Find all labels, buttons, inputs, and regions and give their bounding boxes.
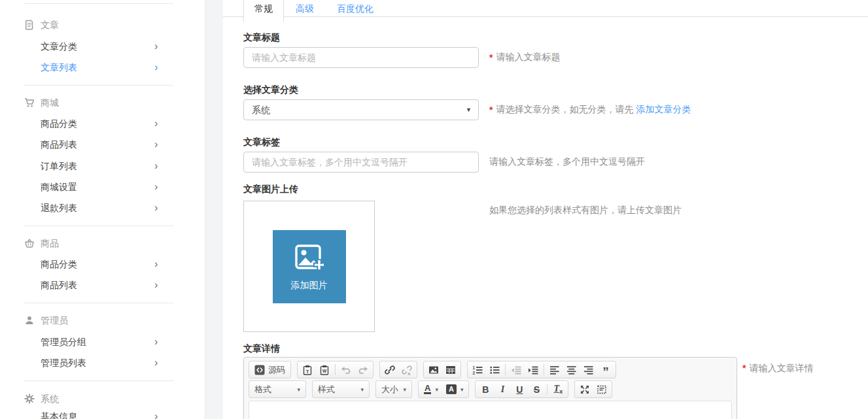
toolbar-separator <box>547 384 547 395</box>
article-category-label: 选择文章分类 <box>243 83 479 96</box>
sidebar-item-article-list[interactable]: 文章列表 › <box>41 60 165 75</box>
outdent-button[interactable] <box>508 362 525 377</box>
sidebar-section-system: 系统 <box>24 392 59 406</box>
underline-button[interactable]: U <box>511 382 528 397</box>
sidebar-item-goods-list[interactable]: 商品列表 › <box>41 137 165 152</box>
remove-format-icon: Tx <box>554 384 563 395</box>
editor-content-area[interactable] <box>249 401 732 419</box>
ordered-list-button[interactable]: 12 <box>469 362 486 377</box>
strikethrough-icon: S <box>534 384 540 395</box>
italic-icon: I <box>501 384 504 395</box>
article-image-label: 文章图片上传 <box>243 182 375 195</box>
indent-button[interactable] <box>525 362 542 377</box>
sidebar-divider <box>24 3 173 4</box>
sidebar-section-label: 商品 <box>41 236 59 250</box>
hint-text: 请输入文章标题 <box>496 52 560 63</box>
article-title-hint: * 请输入文章标题 <box>489 47 560 68</box>
paste-from-word-button[interactable]: W <box>316 362 333 377</box>
sidebar-item-basic-info[interactable]: 基本信息 › <box>41 409 165 419</box>
table-button[interactable] <box>442 362 459 377</box>
field-article-image: 文章图片上传 <box>243 182 375 332</box>
image-button[interactable] <box>425 362 442 377</box>
undo-button[interactable] <box>338 362 355 377</box>
bold-button[interactable]: B <box>477 382 494 397</box>
toolbar-group-colors: A ▾ A ▾ <box>418 380 469 398</box>
sidebar-divider <box>24 226 173 226</box>
tab-advanced[interactable]: 高级 <box>286 0 324 18</box>
add-image-button-label: 添加图片 <box>291 280 328 292</box>
source-button-label: 源码 <box>268 364 285 376</box>
sidebar-item-mall-settings[interactable]: 商城设置 › <box>41 180 165 194</box>
size-dropdown-label: 大小 <box>381 384 398 395</box>
maximize-button[interactable] <box>576 382 593 397</box>
sidebar-item-label: 退款列表 <box>41 203 77 213</box>
article-detail-label: 文章详情 <box>243 342 737 355</box>
toolbar-group-paragraph: 12 <box>467 361 616 378</box>
tab-general[interactable]: 常规 <box>243 0 284 22</box>
blockquote-button[interactable]: ” <box>597 362 614 377</box>
source-button[interactable]: 源码 <box>251 362 289 377</box>
sidebar-item-admin-list[interactable]: 管理员列表 › <box>41 356 165 370</box>
underline-icon: U <box>516 384 523 395</box>
background-color-button[interactable]: A ▾ <box>442 382 467 397</box>
tab-bar: 常规 高级 百度优化 <box>223 0 868 22</box>
add-category-link[interactable]: 添加文章分类 <box>636 104 691 116</box>
sidebar-section-label: 系统 <box>41 392 59 406</box>
link-button[interactable] <box>381 362 398 377</box>
paste-as-text-button[interactable]: T <box>299 362 316 377</box>
sidebar-item-label: 商城设置 <box>41 182 77 192</box>
style-dropdown[interactable]: 样式 ▾ <box>312 380 370 398</box>
align-left-button[interactable] <box>546 362 563 377</box>
sidebar-item-product-category[interactable]: 商品分类 › <box>41 257 165 271</box>
sidebar-section-admin: 管理员 <box>24 313 68 327</box>
size-dropdown[interactable]: 大小 ▾ <box>375 380 412 398</box>
table-icon <box>445 365 456 375</box>
editor-toolbar-row-1: 源码 T W <box>244 361 737 378</box>
background-color-icon: A <box>446 384 457 394</box>
chevron-right-icon: › <box>154 116 158 130</box>
remove-format-button[interactable]: Tx <box>549 382 566 397</box>
svg-text:T: T <box>306 368 309 374</box>
field-article-tags: 文章标签 请输入文章标签，多个用中文逗号隔开 <box>243 135 479 173</box>
add-image-button[interactable]: 添加图片 <box>273 230 346 303</box>
show-blocks-button[interactable] <box>593 382 610 397</box>
italic-button[interactable]: I <box>494 382 511 397</box>
align-right-button[interactable] <box>580 362 597 377</box>
caret-down-icon: ▾ <box>403 386 406 393</box>
svg-text:2: 2 <box>473 370 476 375</box>
caret-down-icon: ▾ <box>297 386 300 393</box>
toolbar-group-insert <box>423 361 461 378</box>
chevron-right-icon: › <box>154 39 158 53</box>
sidebar-item-article-category[interactable]: 文章分类 › <box>41 39 165 54</box>
chevron-right-icon: › <box>154 60 158 74</box>
align-center-button[interactable] <box>563 362 580 377</box>
text-color-button[interactable]: A ▾ <box>420 382 442 397</box>
sidebar-item-label: 商品列表 <box>41 139 77 150</box>
select-arrow-icon: ▼ <box>466 100 472 120</box>
unordered-list-button[interactable] <box>486 362 503 377</box>
undo-icon <box>341 365 351 375</box>
redo-button[interactable] <box>355 362 372 377</box>
link-icon <box>385 365 395 375</box>
main-panel: 常规 高级 百度优化 文章标题 * 请输入文章标题 选择文章分类 系统 ▼ * … <box>223 0 868 419</box>
article-title-label: 文章标题 <box>243 31 479 44</box>
article-title-input[interactable] <box>243 47 479 68</box>
sidebar-item-goods-category[interactable]: 商品分类 › <box>41 116 165 131</box>
tab-baidu-seo[interactable]: 百度优化 <box>326 0 384 18</box>
sidebar-item-label: 商品分类 <box>41 118 77 129</box>
sidebar-section-product: 商品 <box>24 236 59 250</box>
sidebar-item-refund-list[interactable]: 退款列表 › <box>41 201 165 215</box>
image-upload-dropzone[interactable]: 添加图片 <box>243 201 375 332</box>
field-article-detail: 文章详情 源码 T <box>243 342 737 419</box>
category-select[interactable]: 系统 ▼ <box>243 99 479 120</box>
strikethrough-button[interactable]: S <box>528 382 545 397</box>
sidebar-item-product-list[interactable]: 商品列表 › <box>41 278 165 292</box>
sidebar-item-label: 订单列表 <box>41 161 77 171</box>
sidebar-item-admin-group[interactable]: 管理员分组 › <box>41 335 165 349</box>
unlink-button[interactable] <box>398 362 415 377</box>
format-dropdown[interactable]: 格式 ▾ <box>249 380 306 398</box>
field-article-category: 选择文章分类 系统 ▼ * 请选择文章分类，如无分类，请先 添加文章分类 <box>243 83 479 120</box>
sidebar-item-label: 基本信息 <box>41 411 77 419</box>
sidebar-item-order-list[interactable]: 订单列表 › <box>41 159 165 173</box>
article-tags-input[interactable] <box>243 152 479 173</box>
